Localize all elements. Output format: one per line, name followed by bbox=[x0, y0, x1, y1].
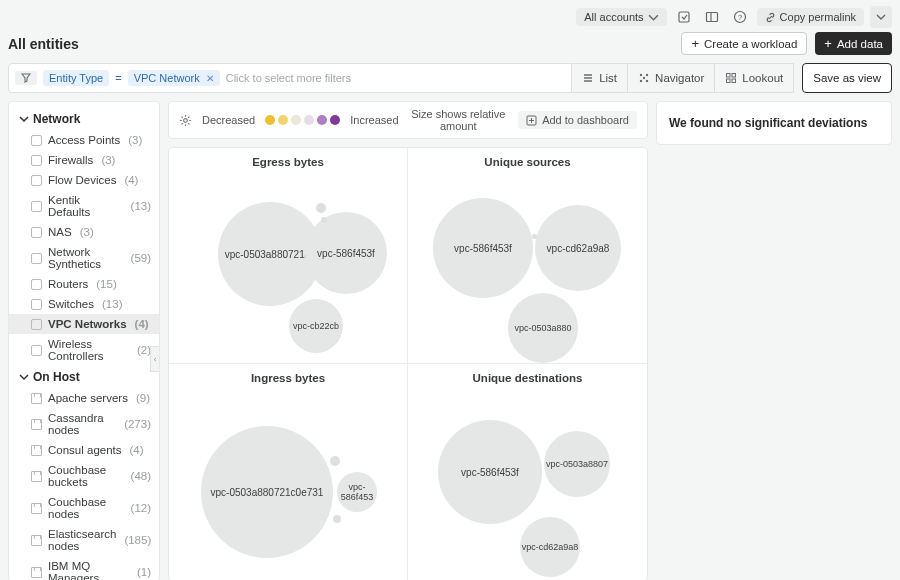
bubble-vpc-586f453f[interactable]: vpc-586f453f bbox=[438, 420, 542, 524]
navigator-tab[interactable]: Navigator bbox=[628, 64, 715, 92]
chevron-down-icon bbox=[648, 12, 659, 23]
sidebar-item-count: (185) bbox=[124, 534, 151, 546]
bubble-minor[interactable] bbox=[532, 234, 537, 239]
create-workload-button[interactable]: + Create a workload bbox=[681, 32, 807, 55]
entity-type-icon bbox=[31, 419, 42, 430]
legend-increased: Increased bbox=[350, 114, 398, 126]
svg-point-5 bbox=[640, 74, 642, 76]
more-menu-icon[interactable] bbox=[870, 6, 892, 28]
bubble-chart-unique-destinations: Unique destinationsvpc-586f453fvpc-0503a… bbox=[408, 364, 647, 580]
legend-color-scale bbox=[265, 115, 340, 125]
svg-rect-0 bbox=[679, 12, 689, 22]
entity-type-icon bbox=[31, 567, 42, 578]
filter-placeholder: Click to select more filters bbox=[226, 72, 351, 84]
sidebar-item-network-synthetics[interactable]: Network Synthetics(59) bbox=[9, 242, 159, 274]
bubble-vpc-cb22cb[interactable]: vpc-cb22cb bbox=[289, 299, 343, 353]
lookout-tab[interactable]: Lookout bbox=[715, 64, 793, 92]
sidebar-item-access-points[interactable]: Access Points(3) bbox=[9, 130, 159, 150]
sidebar-item-label: NAS bbox=[48, 226, 72, 238]
sidebar-item-couchbase-nodes[interactable]: Couchbase nodes(12) bbox=[9, 492, 159, 524]
sidebar-item-label: Wireless Controllers bbox=[48, 338, 129, 362]
chip-entity-type[interactable]: Entity Type bbox=[43, 70, 109, 86]
copy-permalink-button[interactable]: Copy permalink bbox=[757, 8, 864, 26]
chart-title: Ingress bytes bbox=[169, 364, 407, 384]
sidebar-item-label: IBM MQ Managers bbox=[48, 560, 129, 580]
sidebar-item-routers[interactable]: Routers(15) bbox=[9, 274, 159, 294]
entity-type-icon bbox=[31, 155, 42, 166]
bubble-minor[interactable] bbox=[321, 217, 327, 223]
sidebar-group-on-host[interactable]: On Host bbox=[9, 366, 159, 388]
sidebar-item-couchbase-buckets[interactable]: Couchbase buckets(48) bbox=[9, 460, 159, 492]
bubble-vpc-586f453[interactable]: vpc-586f453 bbox=[337, 472, 377, 512]
bubble-vpc-0503a880[interactable]: vpc-0503a880 bbox=[508, 293, 578, 363]
save-view-button[interactable]: Save as view bbox=[802, 63, 892, 93]
bubble-minor[interactable] bbox=[316, 203, 326, 213]
bubble-vpc-0503a8807[interactable]: vpc-0503a8807 bbox=[544, 431, 610, 497]
sidebar-item-count: (4) bbox=[135, 318, 149, 330]
entity-type-icon bbox=[31, 135, 42, 146]
sidebar-item-consul-agents[interactable]: Consul agents(4) bbox=[9, 440, 159, 460]
sidebar-item-count: (3) bbox=[101, 154, 115, 166]
sidebar-collapse-toggle[interactable]: ‹ bbox=[150, 346, 160, 372]
plus-icon: + bbox=[691, 37, 699, 50]
svg-point-6 bbox=[646, 74, 648, 76]
sidebar-item-elasticsearch-nodes[interactable]: Elasticsearch nodes(185) bbox=[9, 524, 159, 556]
view-mode-group: List Navigator Lookout bbox=[572, 63, 794, 93]
bubble-vpc-586f453f[interactable]: vpc-586f453f bbox=[433, 198, 533, 298]
sidebar-item-ibm-mq-managers[interactable]: IBM MQ Managers(1) bbox=[9, 556, 159, 580]
bubble-vpc-586f453f[interactable]: vpc-586f453f bbox=[305, 212, 387, 294]
gear-icon[interactable] bbox=[179, 114, 192, 127]
svg-rect-10 bbox=[727, 74, 731, 78]
chevron-down-icon bbox=[19, 372, 29, 382]
copy-permalink-label: Copy permalink bbox=[780, 11, 856, 23]
sidebar-item-count: (59) bbox=[131, 252, 151, 264]
sidebar-item-nas[interactable]: NAS(3) bbox=[9, 222, 159, 242]
svg-rect-13 bbox=[732, 79, 736, 83]
sidebar-item-count: (4) bbox=[124, 174, 138, 186]
account-selector-label: All accounts bbox=[584, 11, 643, 23]
sidebar-item-vpc-networks[interactable]: VPC Networks(4) bbox=[9, 314, 159, 334]
help-icon[interactable]: ? bbox=[729, 6, 751, 28]
chip-vpc-network[interactable]: VPC Network ✕ bbox=[128, 70, 220, 86]
sidebar-item-label: Apache servers bbox=[48, 392, 128, 404]
entity-type-icon bbox=[31, 471, 42, 482]
filter-bar[interactable]: Entity Type = VPC Network ✕ Click to sel… bbox=[8, 63, 572, 93]
bubble-vpc-cd62a9a8[interactable]: vpc-cd62a9a8 bbox=[520, 517, 580, 577]
bubble-vpc-cd62a9a8[interactable]: vpc-cd62a9a8 bbox=[535, 205, 621, 291]
svg-rect-1 bbox=[706, 13, 717, 22]
entity-type-icon bbox=[31, 393, 42, 404]
sidebar-item-kentik-defaults[interactable]: Kentik Defaults(13) bbox=[9, 190, 159, 222]
chart-title: Unique sources bbox=[408, 148, 647, 168]
sidebar-group-network[interactable]: Network bbox=[9, 108, 159, 130]
deviations-message: We found no significant deviations bbox=[669, 116, 867, 130]
account-selector[interactable]: All accounts bbox=[576, 8, 666, 26]
sidebar-item-cassandra-nodes[interactable]: Cassandra nodes(273) bbox=[9, 408, 159, 440]
bubble-minor[interactable] bbox=[333, 515, 341, 523]
sidebar-item-label: Kentik Defaults bbox=[48, 194, 123, 218]
panel-icon[interactable] bbox=[701, 6, 723, 28]
add-data-label: Add data bbox=[837, 38, 883, 50]
share-icon[interactable] bbox=[673, 6, 695, 28]
legend-bar: Decreased Increased Size shows relative … bbox=[168, 101, 648, 139]
link-icon bbox=[765, 12, 776, 23]
chip-remove-icon[interactable]: ✕ bbox=[204, 73, 214, 84]
sidebar-item-label: Firewalls bbox=[48, 154, 93, 166]
sidebar-item-label: Flow Devices bbox=[48, 174, 116, 186]
sidebar-item-flow-devices[interactable]: Flow Devices(4) bbox=[9, 170, 159, 190]
bubble-minor[interactable] bbox=[330, 456, 340, 466]
sidebar-item-apache-servers[interactable]: Apache servers(9) bbox=[9, 388, 159, 408]
add-data-button[interactable]: + Add data bbox=[815, 32, 892, 55]
add-to-dashboard-button[interactable]: Add to dashboard bbox=[518, 111, 637, 129]
sidebar-item-label: Routers bbox=[48, 278, 88, 290]
create-workload-label: Create a workload bbox=[704, 38, 797, 50]
sidebar-item-wireless-controllers[interactable]: Wireless Controllers(2) bbox=[9, 334, 159, 366]
sidebar-item-firewalls[interactable]: Firewalls(3) bbox=[9, 150, 159, 170]
sidebar-item-count: (1) bbox=[137, 566, 151, 578]
dashboard-plus-icon bbox=[526, 115, 537, 126]
sidebar-item-switches[interactable]: Switches(13) bbox=[9, 294, 159, 314]
list-tab[interactable]: List bbox=[572, 64, 628, 92]
sidebar-item-count: (273) bbox=[124, 418, 151, 430]
bubble-vpc-0503a880721c0e731[interactable]: vpc-0503a880721c0e731 bbox=[201, 426, 333, 558]
sidebar-item-count: (12) bbox=[131, 502, 151, 514]
svg-text:?: ? bbox=[737, 13, 742, 22]
